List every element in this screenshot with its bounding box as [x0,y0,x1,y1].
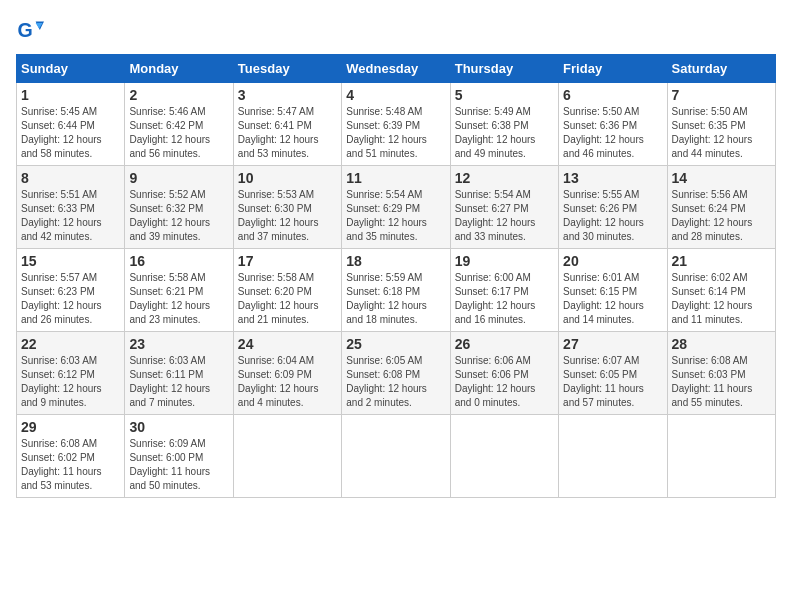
day-number: 7 [672,87,771,103]
day-number: 23 [129,336,228,352]
day-info: Sunrise: 5:57 AM Sunset: 6:23 PM Dayligh… [21,271,120,327]
day-info: Sunrise: 5:45 AM Sunset: 6:44 PM Dayligh… [21,105,120,161]
calendar-cell: 5 Sunrise: 5:49 AM Sunset: 6:38 PM Dayli… [450,83,558,166]
day-info: Sunrise: 6:07 AM Sunset: 6:05 PM Dayligh… [563,354,662,410]
day-info: Sunrise: 5:53 AM Sunset: 6:30 PM Dayligh… [238,188,337,244]
calendar-cell: 18 Sunrise: 5:59 AM Sunset: 6:18 PM Dayl… [342,249,450,332]
day-info: Sunrise: 6:02 AM Sunset: 6:14 PM Dayligh… [672,271,771,327]
calendar-cell: 9 Sunrise: 5:52 AM Sunset: 6:32 PM Dayli… [125,166,233,249]
day-info: Sunrise: 5:58 AM Sunset: 6:21 PM Dayligh… [129,271,228,327]
day-info: Sunrise: 6:05 AM Sunset: 6:08 PM Dayligh… [346,354,445,410]
calendar-cell: 15 Sunrise: 5:57 AM Sunset: 6:23 PM Dayl… [17,249,125,332]
day-number: 13 [563,170,662,186]
col-monday: Monday [125,55,233,83]
calendar-table: Sunday Monday Tuesday Wednesday Thursday… [16,54,776,498]
day-number: 4 [346,87,445,103]
calendar-cell [667,415,775,498]
day-info: Sunrise: 5:50 AM Sunset: 6:35 PM Dayligh… [672,105,771,161]
day-info: Sunrise: 6:03 AM Sunset: 6:12 PM Dayligh… [21,354,120,410]
day-info: Sunrise: 5:52 AM Sunset: 6:32 PM Dayligh… [129,188,228,244]
day-number: 20 [563,253,662,269]
calendar-cell: 11 Sunrise: 5:54 AM Sunset: 6:29 PM Dayl… [342,166,450,249]
day-number: 25 [346,336,445,352]
calendar-cell: 25 Sunrise: 6:05 AM Sunset: 6:08 PM Dayl… [342,332,450,415]
calendar-cell: 17 Sunrise: 5:58 AM Sunset: 6:20 PM Dayl… [233,249,341,332]
day-info: Sunrise: 5:46 AM Sunset: 6:42 PM Dayligh… [129,105,228,161]
day-number: 3 [238,87,337,103]
col-tuesday: Tuesday [233,55,341,83]
day-number: 2 [129,87,228,103]
calendar-cell: 16 Sunrise: 5:58 AM Sunset: 6:21 PM Dayl… [125,249,233,332]
calendar-cell: 19 Sunrise: 6:00 AM Sunset: 6:17 PM Dayl… [450,249,558,332]
day-info: Sunrise: 5:51 AM Sunset: 6:33 PM Dayligh… [21,188,120,244]
calendar-cell: 22 Sunrise: 6:03 AM Sunset: 6:12 PM Dayl… [17,332,125,415]
calendar-cell: 20 Sunrise: 6:01 AM Sunset: 6:15 PM Dayl… [559,249,667,332]
day-info: Sunrise: 5:58 AM Sunset: 6:20 PM Dayligh… [238,271,337,327]
day-number: 5 [455,87,554,103]
calendar-cell: 23 Sunrise: 6:03 AM Sunset: 6:11 PM Dayl… [125,332,233,415]
day-info: Sunrise: 6:03 AM Sunset: 6:11 PM Dayligh… [129,354,228,410]
calendar-cell [342,415,450,498]
day-number: 29 [21,419,120,435]
day-info: Sunrise: 6:01 AM Sunset: 6:15 PM Dayligh… [563,271,662,327]
calendar-cell: 29 Sunrise: 6:08 AM Sunset: 6:02 PM Dayl… [17,415,125,498]
logo-icon: G [16,16,44,44]
col-thursday: Thursday [450,55,558,83]
calendar-cell [450,415,558,498]
day-number: 19 [455,253,554,269]
day-number: 30 [129,419,228,435]
day-number: 17 [238,253,337,269]
calendar-cell [559,415,667,498]
day-number: 15 [21,253,120,269]
day-number: 1 [21,87,120,103]
day-info: Sunrise: 5:47 AM Sunset: 6:41 PM Dayligh… [238,105,337,161]
calendar-cell: 7 Sunrise: 5:50 AM Sunset: 6:35 PM Dayli… [667,83,775,166]
calendar-cell: 1 Sunrise: 5:45 AM Sunset: 6:44 PM Dayli… [17,83,125,166]
day-info: Sunrise: 5:55 AM Sunset: 6:26 PM Dayligh… [563,188,662,244]
calendar-cell: 30 Sunrise: 6:09 AM Sunset: 6:00 PM Dayl… [125,415,233,498]
day-number: 8 [21,170,120,186]
day-info: Sunrise: 5:48 AM Sunset: 6:39 PM Dayligh… [346,105,445,161]
calendar-cell: 6 Sunrise: 5:50 AM Sunset: 6:36 PM Dayli… [559,83,667,166]
col-wednesday: Wednesday [342,55,450,83]
day-number: 16 [129,253,228,269]
col-friday: Friday [559,55,667,83]
calendar-week-row: 15 Sunrise: 5:57 AM Sunset: 6:23 PM Dayl… [17,249,776,332]
day-number: 14 [672,170,771,186]
col-saturday: Saturday [667,55,775,83]
day-number: 24 [238,336,337,352]
calendar-cell [233,415,341,498]
calendar-week-row: 29 Sunrise: 6:08 AM Sunset: 6:02 PM Dayl… [17,415,776,498]
calendar-header: Sunday Monday Tuesday Wednesday Thursday… [17,55,776,83]
calendar-cell: 13 Sunrise: 5:55 AM Sunset: 6:26 PM Dayl… [559,166,667,249]
calendar-week-row: 1 Sunrise: 5:45 AM Sunset: 6:44 PM Dayli… [17,83,776,166]
day-info: Sunrise: 6:06 AM Sunset: 6:06 PM Dayligh… [455,354,554,410]
page-header: G [16,16,776,44]
day-info: Sunrise: 6:04 AM Sunset: 6:09 PM Dayligh… [238,354,337,410]
calendar-cell: 24 Sunrise: 6:04 AM Sunset: 6:09 PM Dayl… [233,332,341,415]
calendar-cell: 27 Sunrise: 6:07 AM Sunset: 6:05 PM Dayl… [559,332,667,415]
svg-text:G: G [17,19,32,41]
calendar-body: 1 Sunrise: 5:45 AM Sunset: 6:44 PM Dayli… [17,83,776,498]
day-number: 10 [238,170,337,186]
calendar-cell: 12 Sunrise: 5:54 AM Sunset: 6:27 PM Dayl… [450,166,558,249]
header-row: Sunday Monday Tuesday Wednesday Thursday… [17,55,776,83]
calendar-cell: 28 Sunrise: 6:08 AM Sunset: 6:03 PM Dayl… [667,332,775,415]
day-info: Sunrise: 5:54 AM Sunset: 6:27 PM Dayligh… [455,188,554,244]
calendar-week-row: 22 Sunrise: 6:03 AM Sunset: 6:12 PM Dayl… [17,332,776,415]
calendar-week-row: 8 Sunrise: 5:51 AM Sunset: 6:33 PM Dayli… [17,166,776,249]
day-number: 11 [346,170,445,186]
day-number: 26 [455,336,554,352]
calendar-cell: 3 Sunrise: 5:47 AM Sunset: 6:41 PM Dayli… [233,83,341,166]
day-number: 18 [346,253,445,269]
day-number: 12 [455,170,554,186]
day-info: Sunrise: 5:50 AM Sunset: 6:36 PM Dayligh… [563,105,662,161]
calendar-cell: 2 Sunrise: 5:46 AM Sunset: 6:42 PM Dayli… [125,83,233,166]
calendar-cell: 26 Sunrise: 6:06 AM Sunset: 6:06 PM Dayl… [450,332,558,415]
calendar-cell: 8 Sunrise: 5:51 AM Sunset: 6:33 PM Dayli… [17,166,125,249]
day-number: 22 [21,336,120,352]
logo: G [16,16,48,44]
calendar-cell: 14 Sunrise: 5:56 AM Sunset: 6:24 PM Dayl… [667,166,775,249]
day-info: Sunrise: 6:09 AM Sunset: 6:00 PM Dayligh… [129,437,228,493]
day-number: 9 [129,170,228,186]
